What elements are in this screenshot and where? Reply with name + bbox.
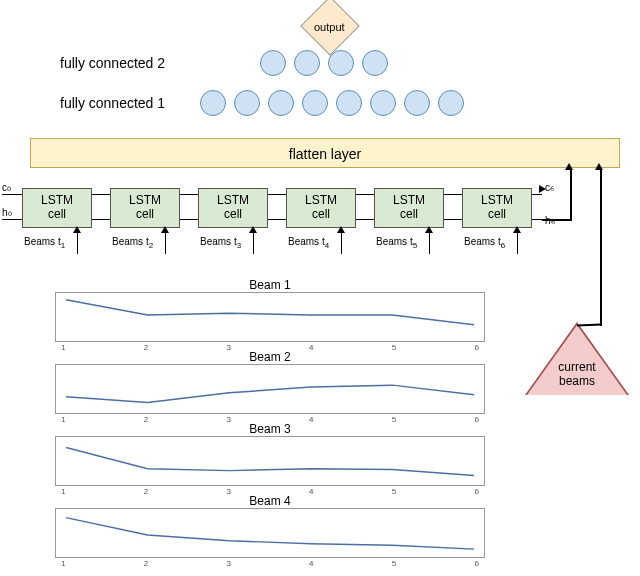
beam-plot-title: Beam 1 [220, 278, 320, 292]
c6-label: c₆ [545, 182, 554, 193]
fc1-node [336, 90, 362, 116]
current-beams-text-2: beams [559, 374, 595, 388]
beam-plot-title: Beam 2 [220, 350, 320, 364]
fc1-node [302, 90, 328, 116]
lstm-cell: LSTMcell [374, 188, 444, 228]
fc2-node [328, 50, 354, 76]
h0-label: h₀ [2, 207, 12, 218]
fc1-node [404, 90, 430, 116]
c6-arrow [539, 189, 540, 190]
beam-input-label: Beams t1 [24, 236, 65, 250]
fc1-node [234, 90, 260, 116]
beam-input-label: Beams t6 [464, 236, 505, 250]
beam-input-arrow [77, 232, 78, 254]
lstm-cell: LSTMcell [286, 188, 356, 228]
beam-plot [55, 292, 485, 342]
beam-plot [55, 364, 485, 414]
beam-plot [55, 508, 485, 558]
fc1-node [200, 90, 226, 116]
beam-input-label: Beams t3 [200, 236, 241, 250]
c0-label: c₀ [2, 182, 11, 193]
beam-input-arrow [429, 232, 430, 254]
beam-input-arrow [517, 232, 518, 254]
beam-input-label: Beams t4 [288, 236, 329, 250]
beam-plot [55, 436, 485, 486]
beam-input-label: Beams t2 [112, 236, 153, 250]
lstm-cell: LSTMcell [462, 188, 532, 228]
beam-input-label: Beams t5 [376, 236, 417, 250]
output-node: output [300, 0, 359, 56]
fc1-label: fully connected 1 [60, 95, 165, 111]
lstm-cell-label: LSTMcell [305, 193, 337, 221]
current-beams-text-1: current [558, 360, 595, 374]
beam-plot-title: Beam 4 [220, 494, 320, 508]
lstm-cell-label: LSTMcell [217, 193, 249, 221]
beam-input-arrow [253, 232, 254, 254]
fc2-label: fully connected 2 [60, 55, 165, 71]
lstm-cell: LSTMcell [198, 188, 268, 228]
fc1-node [268, 90, 294, 116]
lstm-cell: LSTMcell [22, 188, 92, 228]
flatten-layer: flatten layer [30, 138, 620, 168]
lstm-cell-label: LSTMcell [481, 193, 513, 221]
triangle-to-flatten-v [600, 168, 602, 326]
fc1-node [370, 90, 396, 116]
diagram-root: output fully connected 2 fully connected… [0, 0, 640, 576]
flatten-label: flatten layer [289, 146, 361, 162]
h-to-flatten-h [542, 219, 572, 221]
beam-input-arrow [165, 232, 166, 254]
current-beams-label: current beams [542, 360, 612, 388]
fc2-node [362, 50, 388, 76]
beam-input-arrow [341, 232, 342, 254]
lstm-cell-label: LSTMcell [41, 193, 73, 221]
fc1-node [438, 90, 464, 116]
fc2-node [260, 50, 286, 76]
beam-plot-xticks: 123456 [55, 559, 485, 569]
h-to-flatten-v [570, 168, 572, 220]
beam-plot-title: Beam 3 [220, 422, 320, 436]
output-label: output [309, 6, 349, 48]
lstm-cell-label: LSTMcell [129, 193, 161, 221]
lstm-cell: LSTMcell [110, 188, 180, 228]
fc2-node [294, 50, 320, 76]
lstm-cell-label: LSTMcell [393, 193, 425, 221]
